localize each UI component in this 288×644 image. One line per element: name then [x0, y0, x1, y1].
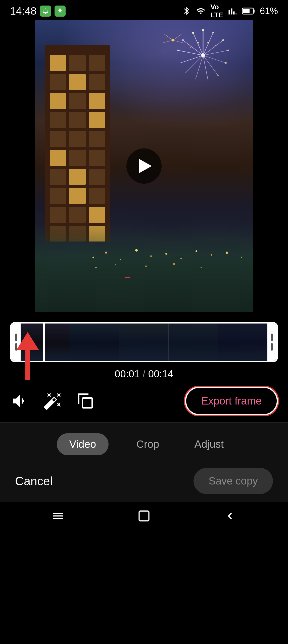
download-icon	[55, 6, 66, 17]
timeline-frame-5	[218, 324, 267, 361]
svg-line-8	[203, 55, 226, 63]
window	[69, 74, 85, 90]
svg-point-28	[197, 42, 199, 44]
status-bar: 14:48 VoLTE 61%	[0, 0, 288, 20]
timeline-handle-right[interactable]	[267, 324, 276, 361]
arrow-shaft	[25, 350, 30, 380]
svg-point-19	[222, 39, 224, 41]
timeline-frame-3	[119, 324, 169, 361]
nav-menu-icon[interactable]	[52, 509, 65, 526]
svg-line-16	[193, 33, 203, 55]
signal-icon	[228, 7, 238, 16]
time-display: 00:01 / 00:14	[0, 368, 288, 380]
window	[69, 188, 85, 204]
notification-icon	[40, 6, 51, 17]
playhead[interactable]	[43, 324, 45, 361]
window	[50, 169, 66, 185]
svg-rect-3	[243, 9, 250, 13]
network-text: VoLTE	[210, 3, 223, 19]
status-left: 14:48	[10, 5, 66, 17]
wifi-icon	[196, 7, 206, 16]
window	[69, 93, 85, 109]
tab-adjust[interactable]: Adjust	[187, 433, 231, 455]
svg-point-18	[212, 32, 214, 33]
svg-point-25	[182, 39, 184, 41]
svg-point-27	[215, 45, 216, 46]
time-separator: /	[142, 368, 148, 379]
window	[69, 55, 85, 71]
play-button[interactable]	[126, 148, 162, 184]
svg-point-29	[190, 47, 191, 48]
battery-percent: 61%	[260, 6, 278, 16]
video-thumbnail	[35, 20, 253, 312]
window	[69, 150, 85, 166]
nav-bar	[0, 502, 288, 538]
light-dots	[85, 242, 253, 292]
export-frame-button[interactable]: Export frame	[185, 387, 278, 415]
svg-line-33	[173, 40, 183, 43]
arrow-head	[17, 332, 39, 350]
svg-rect-37	[82, 398, 92, 408]
building-windows	[50, 55, 105, 242]
nav-back-icon[interactable]	[223, 509, 236, 526]
timeline-section	[0, 312, 288, 362]
window	[50, 150, 66, 166]
volume-tool[interactable]	[10, 391, 30, 411]
svg-rect-2	[254, 10, 255, 13]
tabs-row: Video Crop Adjust	[15, 433, 273, 455]
timeline-frame-2	[70, 324, 119, 361]
volume-icon	[11, 391, 30, 411]
svg-point-22	[217, 75, 219, 76]
timeline-strip[interactable]	[10, 322, 278, 362]
timeline-frames	[21, 324, 267, 361]
building	[45, 45, 110, 242]
svg-point-24	[177, 50, 179, 51]
svg-point-23	[192, 32, 194, 34]
svg-line-13	[180, 55, 203, 63]
status-time: 14:48	[10, 5, 36, 17]
svg-line-35	[163, 40, 173, 43]
svg-rect-38	[139, 511, 149, 521]
bottom-actions: Cancel Save copy	[0, 460, 288, 502]
svg-point-36	[172, 39, 174, 42]
window	[69, 131, 85, 147]
tab-video[interactable]: Video	[57, 433, 109, 455]
window	[69, 169, 85, 185]
window	[50, 74, 66, 90]
handle-line	[271, 334, 273, 341]
tools-row: Export frame	[0, 380, 288, 422]
video-container	[0, 20, 288, 312]
svg-line-5	[203, 33, 213, 55]
svg-point-21	[225, 62, 227, 64]
magic-icon	[43, 391, 62, 411]
window	[89, 188, 105, 204]
svg-point-17	[202, 29, 204, 31]
magic-tool[interactable]	[43, 391, 63, 411]
current-time: 00:01	[115, 368, 140, 379]
window	[89, 93, 105, 109]
tab-crop[interactable]: Crop	[129, 433, 167, 455]
svg-point-30	[201, 53, 205, 57]
window	[89, 55, 105, 71]
bottom-tabs: Video Crop Adjust	[0, 423, 288, 460]
window	[69, 112, 85, 128]
frame-icon	[76, 392, 94, 410]
svg-point-20	[227, 50, 229, 51]
fireworks-svg	[148, 25, 238, 126]
handle-lines-right	[271, 334, 273, 351]
timeline-frame-4	[169, 324, 218, 361]
window	[89, 112, 105, 128]
arrow-up-indicator	[17, 332, 39, 380]
status-icons: VoLTE 61%	[182, 3, 278, 19]
window	[89, 169, 105, 185]
window	[89, 150, 105, 166]
window	[89, 74, 105, 90]
window	[69, 207, 85, 223]
cancel-button[interactable]: Cancel	[15, 474, 53, 488]
svg-line-32	[173, 34, 182, 40]
nav-home-icon[interactable]	[137, 509, 151, 526]
save-copy-button[interactable]: Save copy	[194, 468, 273, 494]
handle-line	[271, 343, 273, 351]
svg-line-34	[164, 34, 173, 40]
frame-tool[interactable]	[75, 391, 95, 411]
